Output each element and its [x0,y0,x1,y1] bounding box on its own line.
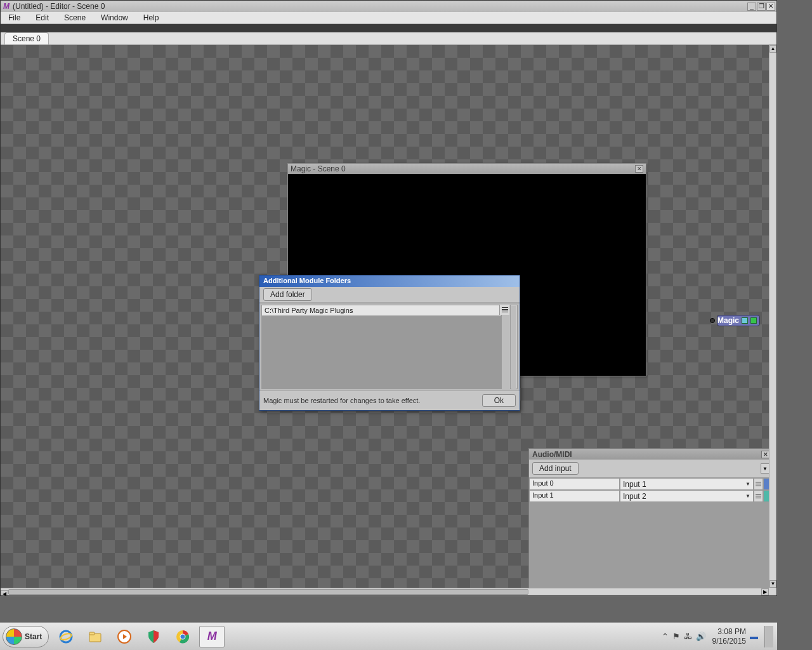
taskbar-explorer-icon[interactable] [82,626,108,647]
audio-input-list: Input 0 Input 1▼ Input 1 Input 2▼ [529,478,773,595]
additional-module-folders-dialog: Additional Module Folders Add folder C:\… [259,275,520,411]
scroll-right-arrow-icon[interactable]: ▶ [761,588,769,595]
clock-date: 9/16/2015 [712,637,746,646]
scroll-up-arrow-icon[interactable]: ▲ [769,45,776,53]
scroll-left-arrow-icon[interactable]: ◀ [1,590,8,595]
node-input-port[interactable] [710,318,715,323]
scroll-down-arrow-icon[interactable]: ▼ [769,580,776,588]
taskbar-chrome-icon[interactable] [170,626,195,647]
desktop-background [777,0,812,650]
clock-time: 3:08 PM [712,627,746,636]
preview-titlebar[interactable]: Magic - Scene 0 ✕ [288,164,646,174]
menu-file[interactable]: File [1,12,28,23]
tab-scene-0[interactable]: Scene 0 [4,32,49,44]
audio-options-dropdown[interactable]: ▼ [761,463,769,474]
toolbar-strip [1,24,776,32]
folder-list-inner: C:\Third Party Magic Plugins [261,305,502,389]
menu-scene[interactable]: Scene [56,12,93,23]
svg-rect-3 [89,632,95,635]
dialog-toolbar: Add folder [259,287,520,303]
audio-input-row: Input 0 Input 1▼ [529,478,773,490]
main-app-window: M (Untitled) - Editor - Scene 0 _ ❐ ✕ Fi… [0,0,777,596]
tray-monitor-icon[interactable]: ▬ [750,632,758,641]
app-logo-icon: M [2,2,11,11]
audio-midi-panel: Audio/MIDI ✕ Add input ▼ Input 0 Input 1… [528,448,773,595]
show-desktop-button[interactable] [764,626,773,647]
taskbar-media-player-icon[interactable] [112,626,137,647]
menu-window[interactable]: Window [93,12,136,23]
menu-edit[interactable]: Edit [28,12,56,23]
input-label[interactable]: Input 0 [529,478,620,490]
audio-input-row: Input 1 Input 2▼ [529,490,773,502]
app-title: (Untitled) - Editor - Scene 0 [13,2,105,11]
taskbar-shield-icon[interactable] [141,626,166,647]
app-titlebar[interactable]: M (Untitled) - Editor - Scene 0 _ ❐ ✕ [1,1,776,12]
input-options-icon[interactable] [754,490,763,502]
taskbar-magic-icon[interactable]: M [199,626,225,647]
start-label: Start [25,632,42,641]
row-options-icon[interactable] [499,305,509,315]
folder-list: C:\Third Party Magic Plugins [259,303,520,390]
window-controls: _ ❐ ✕ [747,3,775,11]
audio-title-text: Audio/MIDI [532,450,572,459]
menubar: File Edit Scene Window Help [1,12,776,24]
audio-toolbar: Add input ▼ [529,460,773,478]
input-select[interactable]: Input 2▼ [620,490,754,502]
node-collapse-icon[interactable] [742,317,748,324]
ok-button[interactable]: Ok [482,394,516,407]
taskbar: Start M ⌃ ⚑ 🖧 🔊 3:08 PM 9/16/2015 ▬ [0,622,777,650]
windows-logo-icon [6,628,22,645]
taskbar-ie-icon[interactable] [53,626,79,647]
menu-help[interactable]: Help [136,12,167,23]
audio-titlebar[interactable]: Audio/MIDI ✕ [529,449,773,460]
dialog-message: Magic must be restarted for changes to t… [263,397,420,404]
add-folder-button[interactable]: Add folder [263,288,312,301]
input-label[interactable]: Input 1 [529,490,620,502]
scene-tab-bar: Scene 0 [1,32,776,45]
input-select[interactable]: Input 1▼ [620,478,754,490]
tray-network-icon[interactable]: 🖧 [684,632,692,641]
maximize-button[interactable]: ❐ [757,3,766,11]
scroll-corner [769,588,776,595]
dialog-scrollbar[interactable] [510,305,518,389]
taskbar-clock[interactable]: 3:08 PM 9/16/2015 [712,627,746,646]
input-options-icon[interactable] [754,478,763,490]
tray-expand-icon[interactable]: ⌃ [662,632,669,641]
chevron-down-icon: ▼ [745,493,750,499]
node-label: Magic [717,316,739,325]
folder-row[interactable]: C:\Third Party Magic Plugins [261,305,502,316]
system-tray: ⌃ ⚑ 🖧 🔊 3:08 PM 9/16/2015 ▬ [662,626,777,647]
tray-flag-icon[interactable]: ⚑ [672,632,680,641]
svg-point-9 [181,634,185,639]
add-input-button[interactable]: Add input [532,462,579,475]
dialog-title[interactable]: Additional Module Folders [259,275,520,287]
magic-node[interactable]: Magic [717,315,760,326]
canvas-horizontal-scrollbar[interactable]: ◀ ▶ [1,588,769,595]
preview-title-text: Magic - Scene 0 [291,164,346,173]
chevron-down-icon: ▼ [745,481,750,487]
node-add-icon[interactable] [750,317,757,324]
canvas-vertical-scrollbar[interactable]: ▲ ▼ [769,45,776,588]
close-button[interactable]: ✕ [766,3,775,11]
preview-close-button[interactable]: ✕ [635,165,643,173]
scroll-thumb[interactable] [8,589,528,595]
canvas-area[interactable]: Magic - Scene 0 ✕ Magic Additional Modul… [1,45,776,595]
start-button[interactable]: Start [3,626,49,647]
minimize-button[interactable]: _ [747,3,756,11]
dialog-footer: Magic must be restarted for changes to t… [259,390,520,410]
tray-volume-icon[interactable]: 🔊 [696,632,706,641]
folder-path: C:\Third Party Magic Plugins [262,306,501,315]
